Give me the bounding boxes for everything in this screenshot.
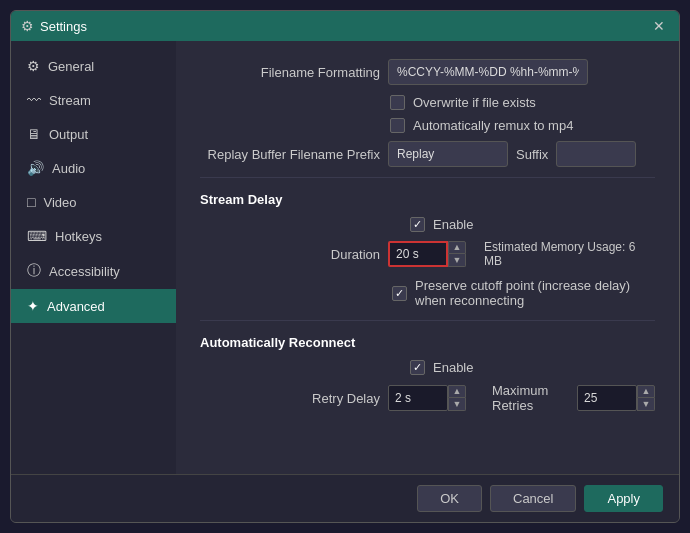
cancel-button[interactable]: Cancel [490,485,576,512]
duration-label: Duration [200,247,380,262]
sidebar-item-advanced[interactable]: ✦ Advanced [11,289,176,323]
overwrite-row: Overwrite if file exists [200,95,655,110]
stream-delay-title: Stream Delay [200,192,655,207]
filename-label: Filename Formatting [200,65,380,80]
remux-checkbox[interactable] [390,118,405,133]
apply-button[interactable]: Apply [584,485,663,512]
sidebar-label-output: Output [49,127,88,142]
filename-row: Filename Formatting [200,59,655,85]
retry-delay-label: Retry Delay [200,391,380,406]
main-panel: Filename Formatting Overwrite if file ex… [176,41,679,474]
retry-delay-spin-buttons: ▲ ▼ [448,385,466,411]
duration-spin-buttons: ▲ ▼ [448,241,466,267]
accessibility-icon: ⓘ [27,262,41,280]
sidebar-item-stream[interactable]: 〰 Stream [11,83,176,117]
enable2-label: Enable [433,360,473,375]
max-retries-label: Maximum Retries [492,383,561,413]
titlebar-gear-icon: ⚙ [21,18,34,34]
content-area: ⚙ General 〰 Stream 🖥 Output 🔊 Audio □ Vi… [11,41,679,474]
auto-reconnect-title: Automatically Reconnect [200,335,655,350]
video-icon: □ [27,194,35,210]
window-title: Settings [40,19,87,34]
max-retries-spin-up[interactable]: ▲ [637,385,655,398]
preserve-row: Preserve cutoff point (increase delay) w… [200,278,655,308]
sidebar-label-general: General [48,59,94,74]
stream-enable-checkbox[interactable] [410,217,425,232]
overwrite-label: Overwrite if file exists [413,95,536,110]
replay-row: Replay Buffer Filename Prefix Suffix [200,141,655,167]
ok-button[interactable]: OK [417,485,482,512]
memory-label: Estimated Memory Usage: 6 MB [484,240,655,268]
max-retries-spin-down[interactable]: ▼ [637,398,655,411]
sidebar-label-stream: Stream [49,93,91,108]
stream-enable-row: Enable [200,217,655,232]
close-button[interactable]: ✕ [649,16,669,36]
advanced-icon: ✦ [27,298,39,314]
overwrite-checkbox[interactable] [390,95,405,110]
retry-delay-spinbox: ▲ ▼ [388,385,466,411]
preserve-checkbox[interactable] [392,286,407,301]
general-icon: ⚙ [27,58,40,74]
titlebar-left: ⚙ Settings [21,18,87,34]
suffix-label: Suffix [516,147,548,162]
retry-row: Retry Delay ▲ ▼ Maximum Retries ▲ ▼ [200,383,655,413]
retry-delay-input[interactable] [388,385,448,411]
output-icon: 🖥 [27,126,41,142]
replay-prefix-label: Replay Buffer Filename Prefix [200,147,380,162]
sidebar: ⚙ General 〰 Stream 🖥 Output 🔊 Audio □ Vi… [11,41,176,474]
remux-label: Automatically remux to mp4 [413,118,573,133]
stream-icon: 〰 [27,92,41,108]
sidebar-label-hotkeys: Hotkeys [55,229,102,244]
replay-prefix-input[interactable] [388,141,508,167]
max-retries-input[interactable] [577,385,637,411]
sidebar-label-video: Video [43,195,76,210]
audio-icon: 🔊 [27,160,44,176]
remux-row: Automatically remux to mp4 [200,118,655,133]
retry-delay-spin-down[interactable]: ▼ [448,398,466,411]
filename-input[interactable] [388,59,588,85]
duration-spinbox: ▲ ▼ [388,241,466,267]
reconnect-enable-checkbox[interactable] [410,360,425,375]
sidebar-item-hotkeys[interactable]: ⌨ Hotkeys [11,219,176,253]
reconnect-enable-row: Enable [200,360,655,375]
duration-row: Duration ▲ ▼ Estimated Memory Usage: 6 M… [200,240,655,268]
enable-label: Enable [433,217,473,232]
sidebar-item-accessibility[interactable]: ⓘ Accessibility [11,253,176,289]
duration-input[interactable] [388,241,448,267]
max-retries-spinbox: ▲ ▼ [577,385,655,411]
preserve-label: Preserve cutoff point (increase delay) w… [415,278,655,308]
footer: OK Cancel Apply [11,474,679,522]
max-retries-spin-buttons: ▲ ▼ [637,385,655,411]
titlebar: ⚙ Settings ✕ [11,11,679,41]
duration-spin-down[interactable]: ▼ [448,254,466,267]
settings-window: ⚙ Settings ✕ ⚙ General 〰 Stream 🖥 Output… [10,10,680,523]
sidebar-item-general[interactable]: ⚙ General [11,49,176,83]
duration-spin-up[interactable]: ▲ [448,241,466,254]
retry-delay-spin-up[interactable]: ▲ [448,385,466,398]
sidebar-item-audio[interactable]: 🔊 Audio [11,151,176,185]
sidebar-label-audio: Audio [52,161,85,176]
sidebar-item-video[interactable]: □ Video [11,185,176,219]
sidebar-label-advanced: Advanced [47,299,105,314]
hotkeys-icon: ⌨ [27,228,47,244]
sidebar-item-output[interactable]: 🖥 Output [11,117,176,151]
sidebar-label-accessibility: Accessibility [49,264,120,279]
suffix-input[interactable] [556,141,636,167]
